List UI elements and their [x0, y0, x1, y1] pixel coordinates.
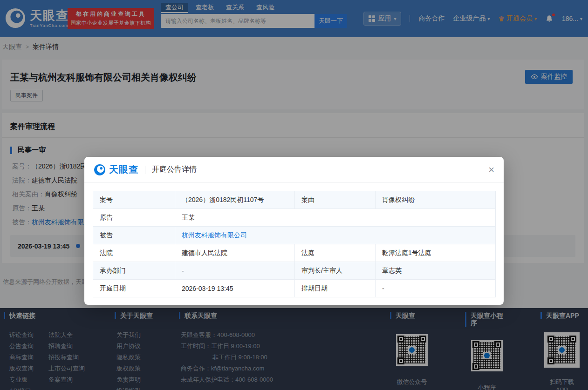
- hearing-detail-table: 案号 （2026）浙0182民初1107号 案由 肖像权纠纷 原告 王某 被告 …: [93, 191, 496, 297]
- tianyancha-eye-logo-icon: [94, 164, 106, 176]
- modal-close-icon[interactable]: ×: [488, 165, 494, 175]
- cell-label: 原告: [93, 209, 175, 227]
- table-row: 被告 杭州友科服饰有限公司: [93, 227, 496, 244]
- cell-value: -: [376, 280, 496, 297]
- cell-value: （2026）浙0182民初1107号: [175, 191, 295, 209]
- hearing-announcement-modal: 天眼查 开庭公告详情 × 案号 （2026）浙0182民初1107号 案由 肖像…: [84, 157, 504, 305]
- cell-value: 肖像权纠纷: [376, 191, 496, 209]
- cell-label: 法院: [93, 244, 175, 262]
- cell-label: 被告: [93, 227, 175, 244]
- cell-value: 章志英: [376, 262, 496, 280]
- cell-label: 案号: [93, 191, 175, 209]
- cell-label: 承办部门: [93, 262, 175, 280]
- modal-logo-text: 天眼查: [109, 163, 138, 176]
- modal-body: 案号 （2026）浙0182民初1107号 案由 肖像权纠纷 原告 王某 被告 …: [84, 183, 504, 305]
- table-row: 承办部门 - 审判长/主审人 章志英: [93, 262, 496, 280]
- cell-value: 杭州友科服饰有限公司: [175, 227, 496, 244]
- modal-header: 天眼查 开庭公告详情 ×: [84, 157, 504, 183]
- table-row: 案号 （2026）浙0182民初1107号 案由 肖像权纠纷: [93, 191, 496, 209]
- cell-label: 法庭: [295, 244, 376, 262]
- cell-label: 案由: [295, 191, 376, 209]
- cell-label: 开庭日期: [93, 280, 175, 297]
- table-row: 原告 王某: [93, 209, 496, 227]
- page: 天眼查 TianYanCha.com 都在用的商业查询工具 国家中小企业发展子基…: [0, 0, 588, 390]
- cell-value: 乾潭法庭1号法庭: [376, 244, 496, 262]
- defendant-company-link[interactable]: 杭州友科服饰有限公司: [182, 231, 247, 239]
- cell-value: 王某: [175, 209, 496, 227]
- table-row: 开庭日期 2026-03-19 13:45 排期日期 -: [93, 280, 496, 297]
- cell-label: 排期日期: [295, 280, 376, 297]
- cell-value: 建德市人民法院: [175, 244, 295, 262]
- cell-label: 审判长/主审人: [295, 262, 376, 280]
- modal-header-divider: [145, 166, 145, 174]
- cell-value: -: [175, 262, 295, 280]
- table-row: 法院 建德市人民法院 法庭 乾潭法庭1号法庭: [93, 244, 496, 262]
- modal-title: 开庭公告详情: [152, 165, 197, 175]
- cell-value: 2026-03-19 13:45: [175, 280, 295, 297]
